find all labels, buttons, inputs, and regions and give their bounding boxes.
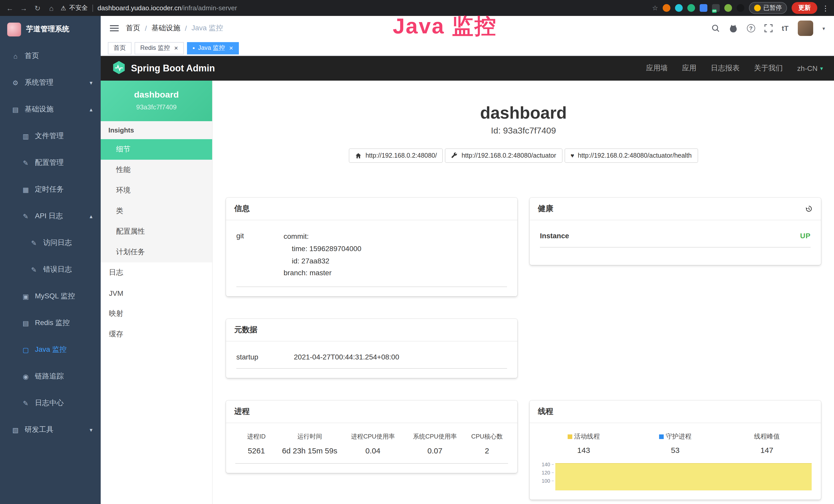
- info-key: git: [236, 231, 284, 279]
- gear-icon: ⚙: [11, 79, 20, 87]
- sidebar-item-home[interactable]: ⌂ 首页: [0, 43, 101, 69]
- sba-menu-metrics[interactable]: 性能: [101, 160, 212, 180]
- sidebar-item-access-logs[interactable]: ✎ 访问日志: [0, 230, 101, 256]
- actuator-url-link[interactable]: http://192.168.0.2:48080/actuator: [445, 148, 562, 163]
- sidebar-item-config-management[interactable]: ✎ 配置管理: [0, 150, 101, 176]
- extension-icon[interactable]: [737, 4, 744, 12]
- sba-navbar: Spring Boot Admin 应用墙 应用 日志报表 关于我们 zh-CN…: [101, 56, 834, 81]
- sba-menu-jvm[interactable]: JVM: [101, 283, 212, 303]
- close-icon[interactable]: ×: [229, 45, 233, 51]
- edit-icon: ✎: [22, 159, 30, 167]
- metadata-value: 2021-04-27T00:44:31.254+08:00: [294, 353, 399, 361]
- sidebar-item-error-logs[interactable]: ✎ 错误日志: [0, 256, 101, 283]
- search-icon[interactable]: [711, 24, 720, 32]
- sba-brand[interactable]: Spring Boot Admin: [131, 63, 215, 74]
- sidebar-item-scheduled-jobs[interactable]: ▦ 定时任务: [0, 176, 101, 203]
- sba-logo-icon[interactable]: [112, 60, 126, 76]
- sidebar-item-trace[interactable]: ◉ 链路追踪: [0, 363, 101, 390]
- breadcrumb-item-infrastructure[interactable]: 基础设施: [152, 24, 180, 33]
- hamburger-icon[interactable]: [110, 25, 119, 31]
- address-bar[interactable]: dashboard.yudao.iocoder.cn/infra/admin-s…: [97, 4, 237, 12]
- sba-menu-environment[interactable]: 环境: [101, 180, 212, 201]
- heart-icon: ♥: [570, 153, 574, 159]
- history-icon[interactable]: [805, 205, 813, 212]
- legend-item-daemon-threads: 守护进程 53: [630, 432, 721, 455]
- column-header: CPU核心数: [466, 432, 508, 441]
- extension-icon[interactable]: [700, 4, 707, 12]
- table-row: git commit: time: 1596289704000 id: 27aa…: [236, 228, 507, 287]
- info-line: commit:: [284, 231, 507, 243]
- sba-menu-scheduled-tasks[interactable]: 计划任务: [101, 242, 212, 262]
- back-icon[interactable]: ←: [5, 4, 14, 12]
- sidebar-item-label: 日志中心: [35, 398, 64, 408]
- sba-menu-caches[interactable]: 缓存: [101, 324, 212, 345]
- fullscreen-icon[interactable]: [764, 24, 773, 32]
- cell-value: 0.04: [342, 446, 404, 455]
- process-card-body: 进程ID 5261 运行时间 6d 23h 15m 59s: [226, 423, 517, 473]
- sba-nav-journal[interactable]: 日志报表: [711, 64, 740, 73]
- sidebar-item-mysql-monitor[interactable]: ▣ MySQL 监控: [0, 283, 101, 310]
- sidebar-item-log-center[interactable]: ✎ 日志中心: [0, 390, 101, 416]
- home-icon: ⌂: [11, 52, 20, 60]
- extension-icon[interactable]: [687, 4, 695, 12]
- health-url-link[interactable]: ♥ http://192.168.0.2:48080/actuator/heal…: [564, 148, 698, 163]
- chrome-update-button[interactable]: 更新: [792, 2, 817, 14]
- threads-card: 线程 活动线程 143 守护进程: [530, 400, 821, 500]
- sidebar-item-label: 文件管理: [35, 132, 64, 141]
- breadcrumb-item-home[interactable]: 首页: [126, 24, 140, 33]
- github-icon[interactable]: [729, 24, 738, 32]
- user-avatar[interactable]: [798, 21, 813, 36]
- main-column: Java 监控 首页 / 基础设施 / Java 监控: [101, 16, 834, 504]
- sidebar-item-dev-tools[interactable]: ▧ 研发工具 ▾: [0, 416, 101, 443]
- home-icon[interactable]: ⌂: [47, 4, 56, 12]
- font-size-icon[interactable]: tT: [782, 24, 789, 32]
- close-icon[interactable]: ×: [174, 45, 178, 51]
- sidebar-item-system-management[interactable]: ⚙ 系统管理 ▾: [0, 69, 101, 96]
- page-title: dashboard: [213, 103, 834, 123]
- header-icons: ? tT ▾: [711, 21, 825, 36]
- locale-selector[interactable]: zh-CN ▾: [797, 64, 823, 72]
- cell-value: 0.07: [404, 446, 466, 455]
- browser-menu-icon[interactable]: ⋮: [822, 4, 829, 12]
- sidebar-item-api-logs[interactable]: ✎ API 日志 ▴: [0, 203, 101, 230]
- extension-icon[interactable]: [663, 4, 671, 12]
- security-indicator[interactable]: ⚠ 不安全: [61, 4, 88, 12]
- sba-menu-logs[interactable]: 日志: [101, 262, 212, 283]
- metadata-card-title: 元数据: [226, 319, 517, 342]
- forward-icon[interactable]: →: [19, 4, 28, 12]
- tab-home[interactable]: 首页: [108, 42, 132, 54]
- sidebar: 芋道管理系统 ⌂ 首页 ⚙ 系统管理 ▾ ▤ 基础设施 ▴ ▥ 文件管理 ✎: [0, 16, 101, 504]
- app-logo-row[interactable]: 芋道管理系统: [0, 16, 101, 43]
- process-col: 进程ID 5261: [235, 432, 278, 455]
- reload-icon[interactable]: ↻: [33, 4, 42, 12]
- help-icon[interactable]: ?: [747, 24, 755, 32]
- tab-label: 首页: [113, 44, 126, 52]
- service-url-link[interactable]: http://192.168.0.2:48080/: [349, 148, 443, 163]
- sba-menu-classes[interactable]: 类: [101, 201, 212, 221]
- extension-icon[interactable]: [724, 4, 732, 12]
- sba-menu-details[interactable]: 细节: [101, 139, 212, 160]
- column-header: 运行时间: [278, 432, 342, 441]
- sidebar-item-file-management[interactable]: ▥ 文件管理: [0, 123, 101, 150]
- extension-icon[interactable]: [675, 4, 683, 12]
- extension-icon[interactable]: on: [712, 4, 720, 12]
- legend-swatch-yellow: [567, 434, 572, 439]
- sba-menu-config-props[interactable]: 配置属性: [101, 221, 212, 242]
- sba-body: dashboard 93a3fc7f7409 Insights 细节 性能 环境…: [101, 81, 834, 504]
- chevron-down-icon[interactable]: ▾: [822, 25, 825, 31]
- sidebar-item-infrastructure[interactable]: ▤ 基础设施 ▴: [0, 96, 101, 123]
- legend-label: 活动线程: [574, 432, 600, 441]
- sba-menu-mappings[interactable]: 映射: [101, 303, 212, 324]
- profile-paused-badge[interactable]: 已暂停: [749, 2, 787, 14]
- sba-nav-wallboard[interactable]: 应用墙: [646, 64, 668, 73]
- instance-header[interactable]: dashboard 93a3fc7f7409: [101, 81, 212, 121]
- sidebar-item-java-monitor[interactable]: ▢ Java 监控: [0, 336, 101, 363]
- sba-nav-applications[interactable]: 应用: [682, 64, 697, 73]
- tab-redis-monitor[interactable]: Redis 监控 ×: [135, 42, 184, 54]
- legend-item-peak-threads: 线程峰值 147: [721, 432, 813, 455]
- sba-nav-about[interactable]: 关于我们: [754, 64, 783, 73]
- threads-chart: 140 120 100: [538, 462, 813, 490]
- tab-java-monitor[interactable]: ● Java 监控 ×: [187, 42, 239, 54]
- sidebar-item-redis-monitor[interactable]: ▤ Redis 监控: [0, 310, 101, 336]
- bookmark-star-icon[interactable]: ☆: [652, 4, 658, 12]
